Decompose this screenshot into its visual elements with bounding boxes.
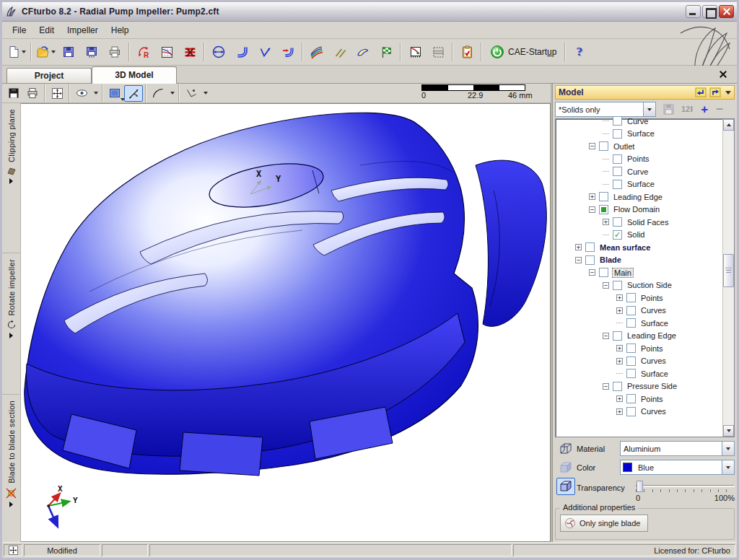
- menu-edit[interactable]: Edit: [33, 23, 60, 38]
- visibility-checkbox[interactable]: [626, 344, 636, 353]
- remove-filter-button[interactable]: −: [716, 105, 723, 115]
- expand-icon[interactable]: +: [603, 219, 609, 225]
- expand-icon[interactable]: +: [616, 345, 623, 351]
- expand-icon[interactable]: +: [616, 307, 623, 314]
- visibility-checkbox[interactable]: [613, 382, 622, 391]
- tree-item-solid-faces[interactable]: +Solid Faces: [557, 216, 722, 229]
- collapse-icon[interactable]: −: [589, 206, 595, 213]
- tree-item-label[interactable]: Outlet: [612, 142, 636, 151]
- tree-item-label[interactable]: Solid Faces: [626, 218, 670, 227]
- tree-item-main[interactable]: −Main: [557, 266, 722, 279]
- slider-track[interactable]: [636, 485, 735, 487]
- tree-item-label[interactable]: Curve: [626, 117, 650, 126]
- tree-item-surface[interactable]: Surface: [557, 178, 722, 191]
- print-button[interactable]: [103, 41, 126, 63]
- maximize-button[interactable]: [702, 5, 717, 18]
- visibility-checkbox[interactable]: [599, 205, 608, 214]
- save-filter-button[interactable]: [663, 103, 675, 115]
- visibility-checkbox[interactable]: [613, 331, 622, 341]
- transparency-slider[interactable]: 0 100%: [636, 478, 735, 502]
- scroll-thumb[interactable]: [723, 254, 734, 287]
- menu-file[interactable]: File: [6, 23, 32, 38]
- tree-item-label[interactable]: Leading Edge: [626, 331, 678, 340]
- axis-display-button[interactable]: [124, 85, 143, 102]
- material-dropdown-icon[interactable]: [722, 442, 734, 455]
- collapse-icon[interactable]: −: [603, 383, 609, 390]
- visibility-checkbox[interactable]: [626, 356, 636, 366]
- menu-impeller[interactable]: Impeller: [61, 23, 104, 38]
- tree-item-points[interactable]: Points: [557, 153, 722, 166]
- visibility-checkbox[interactable]: [613, 217, 622, 227]
- visibility-checkbox[interactable]: [626, 394, 636, 403]
- fit-view-button[interactable]: [48, 85, 66, 102]
- tree-item-label[interactable]: Points: [639, 344, 665, 353]
- tree-item-surface[interactable]: Surface: [557, 367, 722, 380]
- visibility-checkbox[interactable]: [626, 293, 636, 302]
- visibility-checkbox[interactable]: [613, 281, 622, 290]
- solid-mode-button[interactable]: [556, 478, 575, 495]
- curvature-dropdown-icon[interactable]: [167, 85, 176, 102]
- visibility-checkbox[interactable]: ✓: [613, 230, 622, 240]
- tree-item-surface[interactable]: Surface: [557, 317, 722, 330]
- tree-item-blade[interactable]: −Blade: [557, 254, 722, 267]
- expand-icon[interactable]: +: [616, 395, 623, 402]
- visibility-checkbox[interactable]: [613, 180, 622, 189]
- expand-icon[interactable]: +: [616, 408, 623, 415]
- blade-profile-button[interactable]: [351, 41, 375, 63]
- dock-left-icon[interactable]: [695, 87, 707, 97]
- shaded-mode-button[interactable]: [556, 459, 575, 476]
- help-button[interactable]: ? ?: [568, 41, 591, 63]
- visibility-checkbox[interactable]: [613, 116, 622, 126]
- tree-item-label[interactable]: Curves: [639, 306, 668, 315]
- collapse-icon[interactable]: −: [589, 269, 595, 276]
- open-dropdown-icon[interactable]: [51, 51, 56, 53]
- expand-icon[interactable]: +: [589, 193, 595, 200]
- tree-item-curve[interactable]: Curve: [557, 165, 722, 178]
- app-icon[interactable]: [5, 5, 18, 18]
- tab-3d-model[interactable]: 3D Model: [92, 66, 177, 84]
- tree-item-label[interactable]: Mean surface: [598, 243, 652, 252]
- visibility-checkbox[interactable]: [599, 268, 608, 277]
- bend-channel-button[interactable]: [230, 41, 253, 63]
- visibility-checkbox[interactable]: [626, 407, 636, 416]
- tree-item-solid[interactable]: ✓Solid: [557, 229, 722, 242]
- dock-right-icon[interactable]: [709, 87, 721, 97]
- cfd-setup-button[interactable]: [403, 41, 427, 63]
- new-dropdown-icon[interactable]: [22, 51, 26, 53]
- tree-item-label[interactable]: Surface: [626, 129, 656, 138]
- save-as-button[interactable]: [80, 41, 103, 63]
- collapse-icon[interactable]: −: [575, 257, 582, 263]
- menu-help[interactable]: Help: [105, 23, 135, 38]
- tree-item-outlet[interactable]: −Outlet: [557, 140, 722, 153]
- meridian-curves-button[interactable]: [305, 41, 328, 63]
- tree-item-points[interactable]: +Points: [557, 292, 722, 305]
- slider-thumb[interactable]: [637, 481, 643, 492]
- tree-item-label[interactable]: Curves: [639, 407, 668, 416]
- diameter-dimension-button[interactable]: [207, 41, 230, 63]
- new-document-button[interactable]: [5, 41, 28, 63]
- save-button[interactable]: [57, 41, 80, 63]
- tree-item-label[interactable]: Blade: [598, 255, 623, 264]
- reset-radial-button[interactable]: R: [132, 41, 155, 63]
- diagram-curves-button[interactable]: [155, 41, 178, 63]
- add-filter-button[interactable]: +: [701, 105, 708, 115]
- collapse-icon[interactable]: −: [603, 282, 609, 289]
- visibility-checkbox[interactable]: [626, 318, 636, 328]
- minimize-button[interactable]: [686, 5, 701, 18]
- tree-item-label[interactable]: Main: [612, 268, 634, 278]
- visibility-button[interactable]: [72, 85, 91, 102]
- tree-item-curves[interactable]: +Curves: [557, 305, 722, 318]
- collapse-icon[interactable]: −: [589, 143, 595, 149]
- blade-to-blade-button[interactable]: Blade to blade section: [2, 395, 20, 542]
- parallel-sections-button[interactable]: [328, 41, 351, 63]
- tree-item-curves[interactable]: +Curves: [557, 355, 722, 368]
- tree-item-label[interactable]: Surface: [626, 180, 656, 188]
- collapse-icon[interactable]: −: [603, 333, 609, 339]
- tree-scrollbar[interactable]: [722, 119, 734, 437]
- finish-flag-button[interactable]: [375, 41, 398, 63]
- visibility-checkbox[interactable]: [613, 167, 622, 176]
- point-display-button[interactable]: [182, 85, 201, 102]
- tree-item-label[interactable]: Curves: [639, 356, 668, 365]
- wireframe-mode-button[interactable]: [556, 440, 575, 458]
- visibility-checkbox[interactable]: [613, 129, 622, 139]
